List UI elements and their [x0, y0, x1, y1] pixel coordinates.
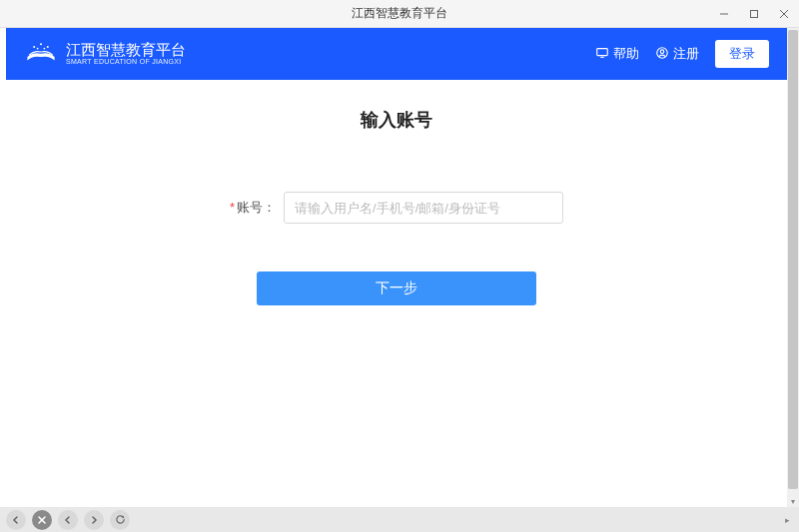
help-link[interactable]: 帮助: [595, 45, 639, 63]
maximize-button[interactable]: [739, 0, 769, 27]
logo-block[interactable]: 江西智慧教育平台 SMART EDUCATION OF JIANGXI: [24, 40, 186, 68]
book-logo-icon: [24, 40, 58, 68]
svg-rect-9: [597, 48, 608, 55]
login-button[interactable]: 登录: [715, 40, 769, 68]
next-button[interactable]: 下一步: [257, 271, 536, 305]
account-input[interactable]: [284, 192, 563, 224]
minimize-button[interactable]: [709, 0, 739, 27]
page-heading: 输入账号: [6, 108, 787, 132]
vertical-scrollbar[interactable]: ▾: [787, 28, 799, 507]
account-label-text: 账号：: [237, 200, 276, 215]
scroll-right-icon[interactable]: ▸: [781, 514, 793, 526]
register-label: 注册: [673, 45, 699, 63]
svg-point-8: [44, 48, 46, 50]
window-title: 江西智慧教育平台: [352, 5, 447, 22]
svg-point-12: [660, 49, 664, 53]
nav-prev-button[interactable]: [58, 510, 78, 530]
register-link[interactable]: 注册: [655, 45, 699, 63]
window-controls: [709, 0, 799, 27]
account-label: *账号：: [230, 199, 276, 217]
svg-point-5: [40, 43, 42, 45]
content-area: 江西智慧教育平台 SMART EDUCATION OF JIANGXI 帮助: [6, 28, 787, 507]
monitor-icon: [595, 46, 609, 63]
svg-rect-1: [751, 10, 758, 17]
app-header: 江西智慧教育平台 SMART EDUCATION OF JIANGXI 帮助: [6, 28, 787, 80]
logo-text: 江西智慧教育平台 SMART EDUCATION OF JIANGXI: [66, 42, 186, 66]
close-button[interactable]: [769, 0, 799, 27]
help-label: 帮助: [613, 45, 639, 63]
svg-point-6: [47, 46, 49, 48]
required-star-icon: *: [230, 200, 235, 215]
scroll-down-icon[interactable]: ▾: [787, 495, 799, 507]
nav-next-button[interactable]: [84, 510, 104, 530]
svg-point-7: [37, 48, 39, 50]
logo-sub: SMART EDUCATION OF JIANGXI: [66, 58, 186, 66]
nav-refresh-button[interactable]: [110, 510, 130, 530]
header-links: 帮助 注册 登录: [595, 40, 769, 68]
nav-close-button[interactable]: [32, 510, 52, 530]
user-icon: [655, 46, 669, 63]
page-body: 输入账号 *账号： 下一步: [6, 80, 787, 305]
form-area: *账号： 下一步: [6, 192, 787, 305]
account-row: *账号：: [230, 192, 563, 224]
browser-bottom-bar: ▸: [0, 507, 799, 532]
logo-main: 江西智慧教育平台: [66, 42, 186, 59]
nav-back-button[interactable]: [6, 510, 26, 530]
svg-point-4: [33, 46, 35, 48]
window-titlebar: 江西智慧教育平台: [0, 0, 799, 28]
login-label: 登录: [729, 46, 755, 61]
scrollbar-thumb[interactable]: [788, 30, 798, 489]
